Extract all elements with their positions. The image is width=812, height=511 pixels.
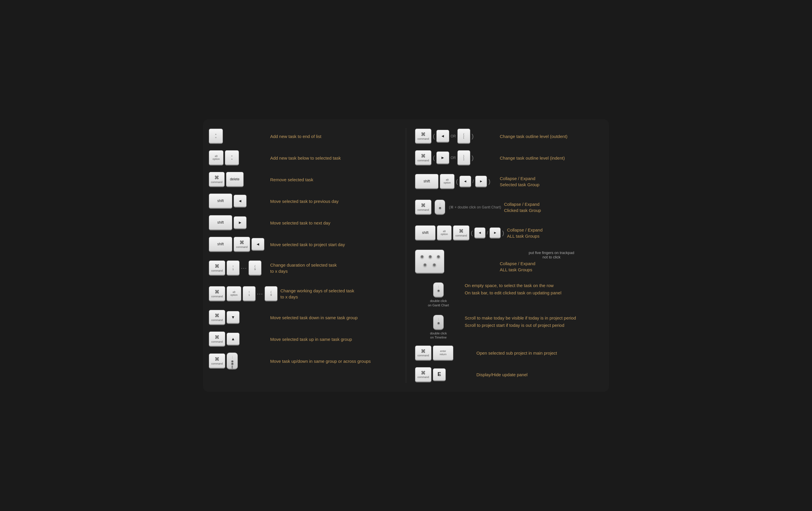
desc-outdent: Change task outline level (outdent)	[500, 133, 603, 139]
key-cmd-r2: ⌘ command	[415, 150, 431, 165]
trackpad-icon	[415, 250, 444, 274]
keys-duration: ⌘ command ! 1 ··· ( 9	[209, 261, 267, 276]
desc-dbl-gantt-2: On task bar, to edit clicked task on upd…	[465, 290, 603, 296]
desc-collapse-group: Collapse / ExpandSelected task Group	[500, 176, 603, 188]
dbl-timeline-label: double clickon Timeline	[428, 331, 448, 340]
shortcut-remove: ⌘ command delete Remove selected task	[209, 171, 397, 188]
key-e: E	[433, 368, 446, 381]
right-column: ⌘ command ( ◄ OR { [ ) Change task outli…	[415, 128, 603, 383]
keys-mouse-drag: ⌘ command	[209, 353, 267, 370]
keys-add-below: alt option + =	[209, 150, 267, 165]
mouse-dbl-timeline-icon	[433, 315, 444, 330]
key-left-arrow-1: ◄	[234, 195, 246, 208]
keys-move-down: ⌘ command ▼	[209, 310, 267, 325]
key-delete: delete	[226, 172, 243, 187]
desc-dbl-timeline-2: Scroll to project start if today is out …	[465, 322, 603, 328]
svg-marker-1	[231, 368, 233, 369]
keys-indent: ⌘ command ( ► OR } ] )	[415, 150, 497, 165]
key-cmd-r3: ⌘ command	[415, 200, 431, 215]
key-shift-r1: shift	[415, 174, 438, 189]
keys-collapse-group: shift alt option ( ◄ / ► )	[415, 174, 497, 189]
desc-open-sub: Open selected sub project in main projec…	[476, 350, 603, 356]
desc-display-hide: Display/Hide update panel	[476, 372, 603, 378]
keys-open-sub: ⌘ command enter return	[415, 346, 473, 361]
shortcut-dbl-timeline: double clickon Timeline Scroll to make t…	[415, 313, 603, 340]
desc-trackpad: Collapse / ExpandALL task Groups	[500, 261, 603, 273]
keys-remove: ⌘ command delete	[209, 172, 267, 187]
desc-indent: Change task outline level (indent)	[500, 155, 603, 161]
shortcut-project-start: shift ⌘ command ◄ Move selected task to …	[209, 236, 397, 252]
shortcut-collapse-all: shift alt option ⌘ command ( ◄ / ►	[415, 223, 603, 243]
shortcut-collapse-gantt: ⌘ command (⌘ + double click on Gantt Cha…	[415, 197, 603, 217]
key-left-arrow-r3: ◄	[474, 227, 486, 239]
mouse-drag-icon	[227, 353, 238, 370]
shortcut-trackpad: put five fingers on trackpadnot to click…	[415, 248, 603, 275]
shortcut-add-below: alt option + = Add new task below to sel…	[209, 150, 397, 166]
mouse-gantt-icon	[435, 200, 445, 215]
desc-dbl-gantt-1: On empty space, to select the task on th…	[465, 283, 603, 289]
key-shift-3: shift	[209, 237, 232, 252]
desc-dbl-timeline-1: Scroll to make today be visible if today…	[465, 315, 603, 321]
key-alt-option-r1: alt option	[440, 174, 455, 189]
key-alt-option-r2: alt option	[437, 225, 452, 241]
key-alt-option-2: alt option	[227, 286, 241, 301]
keys-working-days: ⌘ command alt option ! 1 ··· ( 9	[209, 286, 278, 301]
keyboard-shortcuts-container: + = Add new task to end of list alt opti…	[203, 119, 609, 392]
keys-next-day: shift ►	[209, 215, 267, 231]
key-left-arrow-r1: ◄	[436, 130, 449, 143]
desc-mouse-drag: Move task up/down in same group or acros…	[270, 358, 397, 364]
keys-collapse-all: shift alt option ⌘ command ( ◄ / ►	[415, 225, 504, 241]
key-enter-return: enter return	[433, 346, 453, 361]
key-cmd-r4: ⌘ command	[453, 225, 469, 241]
desc-working-days: Change working days of selected taskto x…	[281, 288, 397, 300]
key-1-excl: ! 1	[227, 261, 239, 276]
desc-add-below: Add new task below to selected task	[270, 155, 397, 161]
shortcut-collapse-group: shift alt option ( ◄ / ► ) Collapse / Ex…	[415, 171, 603, 192]
key-brace-open: { [	[457, 129, 470, 144]
mouse-dbl-gantt-icon	[433, 283, 444, 298]
desc-next-day: Move selected task to next day	[270, 220, 397, 226]
desc-collapse-gantt: Collapse / ExpandClicked task Group	[504, 201, 603, 213]
key-cmd-1: ⌘ command	[209, 172, 225, 187]
dbl-gantt-label: double clickon Gantt Chart	[428, 299, 449, 307]
key-1-excl-2: ! 1	[243, 286, 256, 301]
desc-move-up: Move selected task up in same task group	[270, 336, 397, 342]
desc-project-start: Move selected task to project start day	[270, 241, 397, 248]
desc-prev-day: Move selected task to previous day	[270, 198, 397, 204]
keys-collapse-gantt: ⌘ command (⌘ + double click on Gantt Cha…	[415, 200, 501, 215]
key-shift-1: shift	[209, 193, 232, 209]
dots-2: ···	[257, 291, 263, 297]
svg-marker-0	[231, 366, 233, 367]
key-left-arrow-r2: ◄	[460, 176, 471, 187]
key-shift-2: shift	[209, 215, 232, 231]
keys-add-end: + =	[209, 129, 267, 144]
key-cmd-2: ⌘ command	[234, 237, 250, 252]
key-right-arrow-r3: ►	[490, 227, 501, 239]
desc-move-down: Move selected task down in same task gro…	[270, 315, 397, 321]
key-left-arrow-2: ◄	[252, 238, 264, 251]
key-shift-r2: shift	[415, 225, 435, 241]
left-column: + = Add new task to end of list alt opti…	[209, 128, 397, 383]
key-brace-close: } ]	[457, 150, 470, 165]
key-9-paren-2: ( 9	[265, 286, 278, 301]
shortcut-prev-day: shift ◄ Move selected task to previous d…	[209, 193, 397, 209]
dbl-click-gantt-label: (⌘ + double click on Gantt Chart)	[449, 205, 501, 209]
dots-1: ···	[241, 265, 247, 271]
key-cmd-r6: ⌘ command	[415, 367, 431, 382]
key-alt-option-1: alt option	[209, 150, 224, 165]
desc-remove: Remove selected task	[270, 177, 397, 183]
shortcut-dbl-gantt: double clickon Gantt Chart On empty spac…	[415, 280, 603, 307]
shortcut-move-down: ⌘ command ▼ Move selected task down in s…	[209, 309, 397, 326]
key-cmd-7: ⌘ command	[209, 353, 225, 369]
key-right-arrow-r1: ►	[436, 152, 449, 164]
trackpad-label: put five fingers on trackpadnot to click	[500, 250, 603, 259]
key-cmd-3: ⌘ command	[209, 261, 225, 276]
key-down-arrow: ▼	[227, 311, 239, 324]
key-cmd-r1: ⌘ command	[415, 129, 431, 144]
desc-collapse-all: Collapse / ExpandALL task Groups	[507, 227, 603, 239]
keys-move-up: ⌘ command ▲	[209, 331, 267, 347]
key-cmd-r5: ⌘ command	[415, 346, 431, 361]
key-cmd-6: ⌘ command	[209, 331, 225, 347]
shortcut-mouse-drag: ⌘ command Move task up/down in same grou…	[209, 353, 397, 370]
shortcut-duration: ⌘ command ! 1 ··· ( 9 Change duaration o…	[209, 258, 397, 278]
